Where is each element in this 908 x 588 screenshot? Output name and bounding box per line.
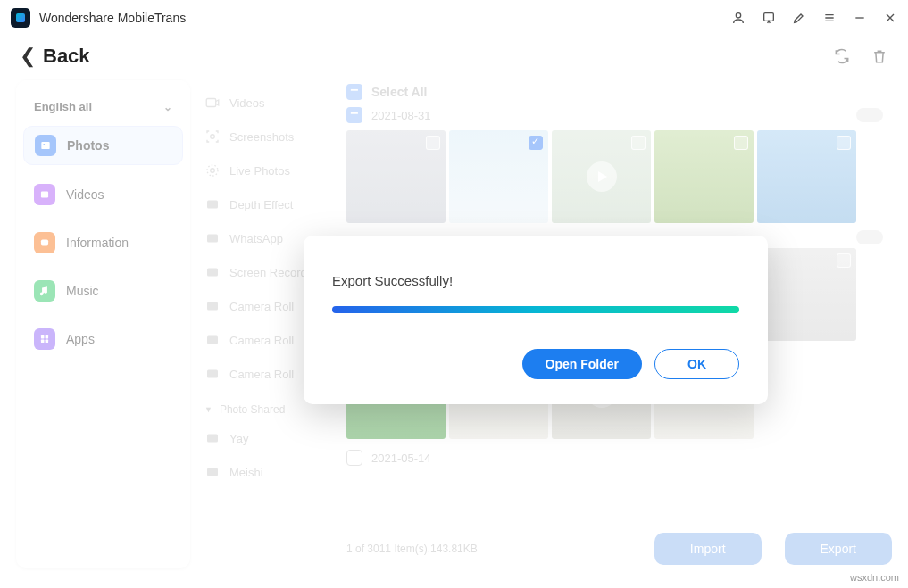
folder-item-shared[interactable]: Yay <box>199 421 343 455</box>
sidebar-item-label: Apps <box>66 332 95 346</box>
svg-point-11 <box>211 135 215 139</box>
sidebar-item-label: Music <box>66 284 99 298</box>
edit-icon[interactable] <box>792 11 806 25</box>
back-chevron-icon[interactable]: ❮ <box>20 45 36 68</box>
svg-rect-18 <box>207 336 218 344</box>
watermark: wsxdn.com <box>850 572 899 583</box>
svg-rect-5 <box>41 240 48 246</box>
category-sidebar: English all ⌄ Photos Videos Information … <box>16 80 190 568</box>
video-thumbnail[interactable] <box>552 130 651 223</box>
photo-thumbnail[interactable] <box>449 130 548 223</box>
thumb-checkbox[interactable] <box>837 136 851 150</box>
count-badge <box>856 230 883 244</box>
app-title: Wondershare MobileTrans <box>39 11 186 25</box>
sidebar-item-photos[interactable]: Photos <box>23 126 183 165</box>
open-folder-button[interactable]: Open Folder <box>522 349 642 379</box>
delete-icon[interactable] <box>871 47 888 65</box>
folder-item-livephotos[interactable]: Live Photos <box>199 153 343 187</box>
date-group-checkbox[interactable] <box>346 107 362 123</box>
ok-button[interactable]: OK <box>654 349 739 379</box>
export-success-modal: Export Successfully! Open Folder OK <box>304 236 768 404</box>
export-button[interactable]: Export <box>785 533 892 565</box>
menu-icon[interactable] <box>822 11 837 25</box>
chevron-down-icon: ⌄ <box>163 101 172 113</box>
thumb-checkbox[interactable] <box>426 136 440 150</box>
sidebar-item-apps[interactable]: Apps <box>23 320 183 358</box>
svg-point-13 <box>207 165 218 176</box>
sidebar-item-information[interactable]: Information <box>23 224 183 261</box>
photos-icon <box>35 135 56 156</box>
photo-thumbnail[interactable] <box>757 130 856 223</box>
svg-rect-14 <box>207 201 218 209</box>
status-text: 1 of 3011 Item(s),143.81KB <box>346 542 478 555</box>
progress-bar <box>332 306 739 313</box>
feedback-icon[interactable] <box>762 11 776 25</box>
svg-rect-20 <box>207 435 218 443</box>
svg-point-0 <box>736 13 740 18</box>
svg-rect-2 <box>41 142 49 149</box>
sidebar-item-label: Information <box>66 236 129 250</box>
svg-rect-4 <box>41 192 48 198</box>
folder-item-screenshots[interactable]: Screenshots <box>199 120 343 153</box>
app-logo <box>11 8 30 28</box>
back-header: ❮ Back <box>0 36 908 80</box>
date-label: 2021-05-14 <box>371 451 431 465</box>
date-group-checkbox[interactable] <box>346 450 362 466</box>
modal-title: Export Successfully! <box>332 273 739 288</box>
date-label: 2021-08-31 <box>371 109 431 122</box>
svg-point-3 <box>43 144 45 145</box>
svg-rect-8 <box>41 340 45 344</box>
account-icon[interactable] <box>731 11 746 25</box>
svg-rect-7 <box>46 335 49 339</box>
photo-thumbnail[interactable] <box>757 248 856 341</box>
svg-rect-9 <box>46 340 49 344</box>
select-all-label: Select All <box>371 85 428 99</box>
svg-rect-6 <box>41 335 45 339</box>
minimize-icon[interactable] <box>853 11 867 25</box>
thumb-checkbox[interactable] <box>631 136 646 150</box>
photo-thumbnail[interactable] <box>654 130 754 223</box>
thumb-checkbox[interactable] <box>837 253 851 268</box>
count-badge <box>856 108 883 122</box>
folder-item-shared[interactable]: Meishi <box>199 455 343 489</box>
svg-rect-16 <box>207 269 218 277</box>
titlebar: Wondershare MobileTrans <box>0 0 908 36</box>
svg-point-12 <box>211 169 215 173</box>
language-dropdown[interactable]: English all ⌄ <box>23 93 183 126</box>
folder-item-deptheffect[interactable]: Depth Effect <box>199 187 343 221</box>
information-icon <box>34 232 55 253</box>
videos-icon <box>34 184 55 205</box>
thumb-checkbox[interactable] <box>529 136 543 150</box>
close-icon[interactable] <box>883 11 897 25</box>
svg-rect-15 <box>207 235 218 243</box>
svg-rect-17 <box>207 302 218 311</box>
svg-rect-21 <box>207 468 218 476</box>
dropdown-label: English all <box>34 100 92 113</box>
play-icon <box>587 161 617 192</box>
folder-item-videos[interactable]: Videos <box>199 86 343 120</box>
sidebar-item-videos[interactable]: Videos <box>23 176 183 213</box>
select-all-checkbox[interactable] <box>346 84 362 100</box>
svg-rect-19 <box>207 370 218 378</box>
apps-icon <box>34 328 55 350</box>
svg-rect-10 <box>206 99 216 107</box>
sidebar-item-label: Photos <box>67 138 109 153</box>
import-button[interactable]: Import <box>654 533 762 565</box>
refresh-icon[interactable] <box>833 47 851 65</box>
back-label[interactable]: Back <box>43 45 90 68</box>
sidebar-item-music[interactable]: Music <box>23 272 183 310</box>
music-icon <box>34 280 55 302</box>
sidebar-item-label: Videos <box>66 187 104 202</box>
thumb-checkbox[interactable] <box>734 136 748 150</box>
photo-thumbnail[interactable] <box>346 130 446 223</box>
